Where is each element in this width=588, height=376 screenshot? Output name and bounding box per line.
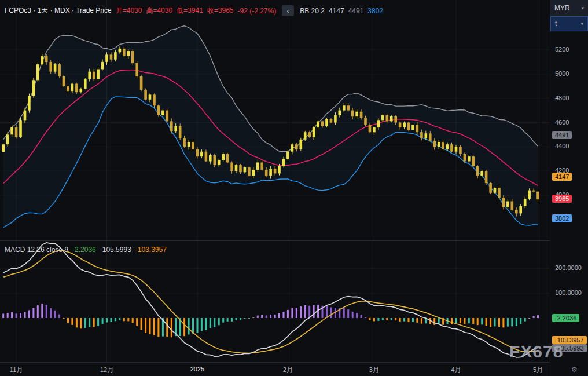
bb-indicator-title[interactable]: BB 20 2: [300, 7, 325, 15]
macd-legend: MACD 12 26 close 9 -2.2036 -105.5993 -10…: [5, 246, 167, 254]
time-tick-label: 3月: [369, 366, 379, 374]
ohlc-change: -92 (-2.27%): [238, 7, 277, 15]
price-pane[interactable]: [0, 0, 550, 240]
price-tick-label: 4400: [555, 143, 569, 149]
collapse-legend-button[interactable]: ‹: [282, 5, 294, 16]
macd-indicator-title[interactable]: MACD 12 26 close 9: [5, 246, 68, 254]
ohlc-high: 高=4030: [146, 6, 172, 16]
price-badge: 3965: [552, 195, 572, 203]
macd-signal-value: -103.3957: [135, 246, 167, 254]
unit-select-value: t: [555, 20, 557, 28]
price-badge: 4147: [552, 173, 572, 181]
bb-upper-value: 4491: [348, 7, 364, 15]
macd-pane[interactable]: [0, 240, 550, 362]
watermark: FX678: [509, 342, 563, 362]
time-tick-label: 2月: [283, 366, 293, 374]
price-tick-label: 5200: [555, 46, 569, 53]
time-tick-label: 11月: [10, 366, 23, 374]
time-tick-label: 12月: [100, 366, 113, 374]
unit-select[interactable]: t ▾: [550, 16, 588, 31]
time-tick-label: 2025: [190, 366, 204, 373]
macd-tick-label: 100.0000: [555, 289, 582, 296]
macd-badge: -2.2036: [552, 314, 579, 322]
macd-chart[interactable]: [0, 241, 550, 362]
candlestick-chart[interactable]: [0, 0, 550, 240]
settings-icon[interactable]: ⚙: [571, 366, 578, 374]
price-legend: FCPOc3 · 1天 · MDX · Trade Price 开=4030 高…: [5, 5, 383, 16]
time-axis[interactable]: 11月12月20252月3月4月5月: [0, 362, 550, 376]
trading-chart-app: FCPOc3 · 1天 · MDX · Trade Price 开=4030 高…: [0, 0, 588, 376]
price-tick-label: 4800: [555, 94, 569, 101]
price-tick-label: 5000: [555, 70, 569, 77]
ohlc-open: 开=4030: [116, 6, 142, 16]
price-badge: 3802: [552, 214, 572, 222]
bb-basis-value: 4147: [329, 7, 344, 15]
macd-tick-label: 200.0000: [555, 264, 582, 271]
symbol-title[interactable]: FCPOc3 · 1天 · MDX · Trade Price: [5, 6, 112, 16]
ohlc-close: 收=3965: [207, 6, 234, 16]
macd-hist-value: -2.2036: [72, 246, 96, 254]
chevron-down-icon: ▾: [580, 21, 583, 27]
price-badge: 4491: [552, 131, 572, 139]
time-tick-label: 4月: [451, 366, 461, 374]
time-tick-label: 5月: [533, 366, 543, 374]
currency-select-value: MYR: [554, 4, 570, 12]
price-scale-axis[interactable]: MYR ▾ t ▾ 520050004800460044004200400020…: [550, 0, 588, 376]
chevron-down-icon: ▾: [581, 5, 584, 11]
bb-lower-value: 3802: [368, 7, 383, 15]
macd-line-value: -105.5993: [100, 246, 131, 254]
currency-select[interactable]: MYR ▾: [550, 0, 588, 16]
ohlc-low: 低=3941: [177, 6, 203, 16]
price-tick-label: 4600: [555, 119, 569, 126]
